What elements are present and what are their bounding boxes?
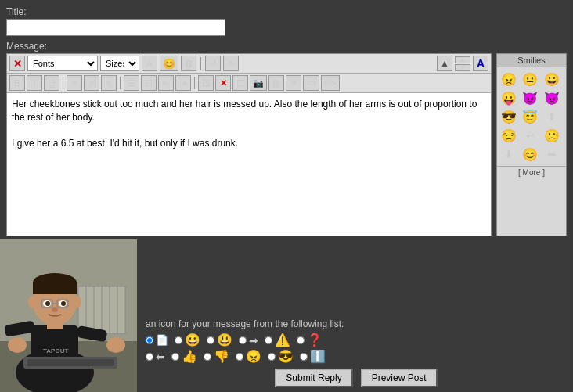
icon-warning[interactable]: ⚠️: [275, 333, 290, 347]
smiley-neutral[interactable]: 😐: [521, 70, 539, 88]
radio-cool[interactable]: [268, 353, 276, 361]
smilies-grid: 😠 😐 😀 😛 😈 👿 😎 😇 ⬆ 😒 ↩ 🙁 ⬇ 😊 ➡: [497, 67, 566, 166]
icon-arrow2[interactable]: ⬅: [156, 351, 165, 363]
smilies-more[interactable]: [ More ]: [497, 166, 566, 178]
icon-info[interactable]: ℹ️: [310, 349, 326, 364]
icon-select-prefix: an icon for your message from the follow…: [146, 318, 344, 329]
insert-image-btn[interactable]: 🖼: [198, 75, 214, 91]
hash-btn[interactable]: #: [286, 75, 301, 91]
icon-angry[interactable]: 😠: [246, 349, 261, 364]
underline-btn[interactable]: U: [44, 75, 59, 91]
radio-thumbsdown[interactable]: [204, 353, 211, 361]
radio-info[interactable]: [300, 353, 308, 361]
link-btn[interactable]: B̲: [181, 56, 196, 71]
outdent-btn[interactable]: ⇤: [158, 75, 174, 91]
undo-btn[interactable]: ↺: [205, 56, 221, 71]
main-container: Title: Message: ✕ Fonts Arial Times New …: [0, 0, 573, 272]
radio-thumbsup[interactable]: [171, 353, 179, 361]
radio-biggrin[interactable]: [207, 336, 214, 344]
smilies-header: Smilies: [497, 54, 566, 67]
svg-rect-15: [33, 282, 77, 294]
icon-select-section: an icon for your message from the follow…: [139, 314, 573, 392]
title-input[interactable]: [6, 19, 225, 36]
smiley-up[interactable]: ⬆: [543, 108, 560, 125]
html-btn[interactable]: </>: [321, 75, 340, 91]
align-center-btn[interactable]: ≡: [84, 75, 99, 91]
italic-btn[interactable]: I: [27, 75, 42, 91]
radio-arrow2[interactable]: [146, 353, 153, 361]
icon-item-arrow: ➡: [239, 334, 258, 347]
svg-point-17: [72, 296, 81, 308]
bold-btn[interactable]: B: [9, 75, 25, 91]
font-select[interactable]: Fonts Arial Times New Roman Courier: [27, 56, 98, 71]
icon-item-default: 📄: [146, 334, 168, 346]
smiley-angel[interactable]: 😇: [521, 108, 539, 125]
smiley-btn[interactable]: 😊: [160, 56, 178, 71]
redo-btn[interactable]: ↻: [223, 56, 239, 71]
svg-point-21: [61, 301, 66, 306]
smiley-hmm[interactable]: 😒: [500, 127, 517, 144]
text-size-down[interactable]: ▼: [455, 64, 470, 71]
icon-arrow[interactable]: ➡: [249, 334, 258, 347]
icon-biggrin[interactable]: 😃: [217, 333, 232, 347]
color-btn[interactable]: A: [142, 56, 157, 71]
smiley-tongue[interactable]: 😛: [500, 89, 517, 106]
smiley-angry[interactable]: 😠: [500, 70, 517, 88]
icon-smile[interactable]: 😀: [185, 333, 200, 347]
submit-reply-button[interactable]: Submit Reply: [275, 369, 352, 387]
smiley-devil[interactable]: 😈: [521, 89, 539, 106]
svg-point-28: [8, 337, 27, 353]
separator1: [200, 57, 201, 70]
radio-angry[interactable]: [236, 353, 243, 361]
icon-item-thumbsdown: 👎: [204, 349, 229, 364]
code-btn[interactable]: <>: [303, 75, 319, 91]
media-btn[interactable]: 📷: [250, 75, 267, 91]
smilies-panel: Smilies 😠 😐 😀 😛 😈 👿 😎 😇 ⬆ 😒 ↩ 🙁 ⬇: [496, 53, 567, 266]
svg-point-20: [45, 301, 50, 306]
resize-up[interactable]: ▲: [437, 56, 452, 71]
icon-thumbsdown[interactable]: 👎: [214, 349, 229, 364]
img-btn[interactable]: 🗖: [232, 75, 248, 91]
radio-arrow[interactable]: [239, 336, 247, 344]
avatar-area: TAPOUT: [0, 239, 137, 392]
icon-cool[interactable]: 😎: [278, 349, 294, 364]
icon-row-2: ⬅ 👍 👎 😠: [146, 349, 567, 364]
smiley-back[interactable]: ↩: [521, 127, 539, 144]
smilies-more-link[interactable]: [ More ]: [518, 168, 545, 177]
preview-post-button[interactable]: Preview Post: [361, 369, 438, 387]
smiley-sad[interactable]: 🙁: [543, 127, 560, 144]
avatar-image: TAPOUT: [0, 239, 137, 392]
smiley-evil[interactable]: 👿: [543, 89, 560, 106]
align-right-btn[interactable]: ≡: [101, 75, 117, 91]
toolbar-row2: B I U ≡ ≡ ≡ ☰ ☷ ⇤ ⇥ 🖼 ✕ 🗖 📷 ▦ # <>: [7, 74, 491, 93]
icon-select-label: an icon for your message from the follow…: [146, 318, 567, 329]
ul-btn[interactable]: ☰: [124, 75, 139, 91]
smiley-smile[interactable]: 😊: [521, 146, 539, 163]
indent-btn[interactable]: ⇥: [175, 75, 191, 91]
icon-question[interactable]: ❓: [307, 333, 323, 347]
font-x-icon[interactable]: ✕: [9, 56, 25, 71]
avatar-svg: TAPOUT: [0, 239, 137, 392]
smiley-cool[interactable]: 😎: [500, 108, 517, 125]
radio-default[interactable]: [146, 336, 153, 344]
remove-format-btn[interactable]: ✕: [215, 75, 231, 91]
radio-smile[interactable]: [175, 336, 182, 344]
title-label: Title:: [6, 6, 567, 17]
icon-item-cool: 😎: [268, 349, 294, 364]
text-size-up[interactable]: ▲: [455, 56, 470, 63]
big-A-btn[interactable]: A: [473, 56, 488, 71]
smiley-down[interactable]: ⬇: [500, 146, 517, 163]
align-left-btn[interactable]: ≡: [67, 75, 82, 91]
radio-question[interactable]: [297, 336, 305, 344]
icon-item-warning: ⚠️: [265, 333, 290, 347]
size-select[interactable]: Sizes 810121416: [100, 56, 139, 71]
table-btn[interactable]: ▦: [268, 75, 284, 91]
icon-item-thumbsup: 👍: [171, 349, 197, 364]
smiley-right[interactable]: ➡: [543, 146, 560, 163]
icon-thumbsup[interactable]: 👍: [182, 349, 197, 364]
icon-default[interactable]: 📄: [156, 334, 168, 346]
smiley-happy[interactable]: 😀: [543, 70, 560, 88]
svg-point-29: [106, 337, 125, 353]
ol-btn[interactable]: ☷: [141, 75, 157, 91]
radio-warning[interactable]: [265, 336, 272, 344]
